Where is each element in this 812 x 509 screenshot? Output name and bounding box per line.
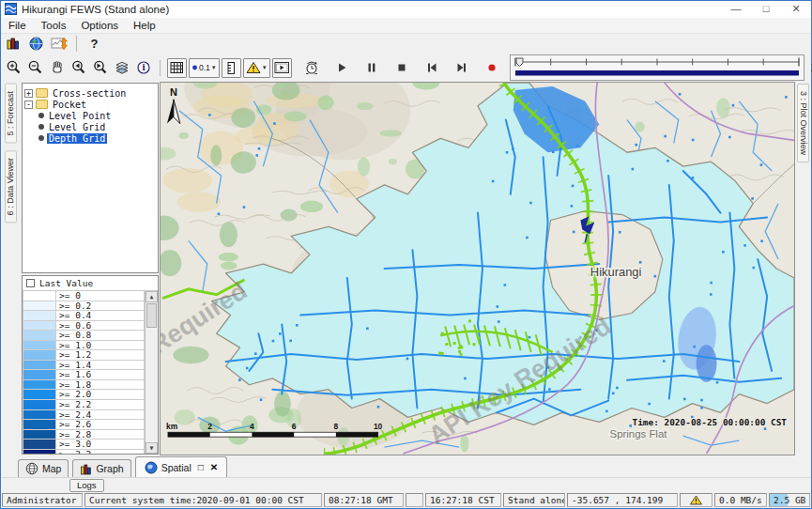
last-value-checkbox[interactable] [26, 279, 35, 287]
title-bar: Hikurangi FEWS (Stand alone) — □ ✕ [1, 1, 811, 18]
tab-data-viewer[interactable]: 6 : Data Viewer [5, 150, 17, 223]
pan-hand-icon[interactable] [47, 58, 67, 78]
spatial-display-icon[interactable] [49, 34, 69, 54]
svg-text:6: 6 [292, 422, 297, 431]
close-button[interactable]: ✕ [781, 1, 811, 18]
legend-color-swatch [23, 380, 56, 391]
info-icon[interactable]: i [133, 58, 153, 78]
svg-text:i: i [142, 62, 146, 72]
legend-color-swatch [23, 410, 56, 421]
animation-timer-icon[interactable] [302, 58, 322, 78]
movie-player-button[interactable] [272, 58, 292, 78]
bottom-tab-bar: Map Graph Spatial □ ✕ [1, 455, 811, 477]
legend-color-swatch [23, 370, 56, 380]
tree-item-pocket[interactable]: - Pocket [24, 99, 156, 110]
skip-to-start-button[interactable] [422, 58, 442, 78]
svg-text:2: 2 [207, 422, 212, 431]
node-bullet-icon [38, 113, 44, 118]
grid-display-button[interactable] [167, 58, 187, 78]
scroll-up-icon[interactable]: ▲ [146, 291, 158, 302]
tab-maximize-icon[interactable]: □ [198, 462, 204, 472]
legend-color-swatch [23, 350, 56, 361]
stop-button[interactable] [392, 58, 412, 78]
tree-item-level-point[interactable]: Level Point [24, 110, 156, 121]
last-value-label: Last Value [39, 278, 93, 288]
warning-threshold-dropdown[interactable]: ▼ [243, 58, 270, 78]
status-bar: Administrator Current system time:2020-0… [1, 492, 811, 508]
left-tab-strip: 5 : Forecast 6 : Data Viewer [1, 82, 21, 455]
legend-row-label: >= 0 [56, 291, 145, 301]
layers-icon[interactable] [112, 58, 131, 78]
legend-header: Last Value [23, 276, 158, 290]
status-system-time: Current system time:2020-09-01 00:00 CST [84, 493, 322, 507]
legend-color-swatch [23, 430, 56, 440]
blue-globe-icon [145, 461, 158, 474]
menu-tools[interactable]: Tools [34, 19, 74, 32]
status-local-time: 16:27:18 CST [425, 493, 501, 507]
app-logo-icon [5, 3, 17, 17]
timeline-slider[interactable] [510, 54, 804, 81]
node-bullet-icon [38, 124, 44, 130]
map-view[interactable]: API Key Required API Key Required N km 2… [160, 82, 795, 455]
maximize-button[interactable]: □ [751, 1, 781, 18]
legend-color-swatch [23, 301, 56, 312]
map-time-label: Time: 2020-08-25 00:00:00 CST [632, 417, 787, 427]
play-button[interactable] [332, 58, 352, 78]
tab-forecast[interactable]: 5 : Forecast [5, 84, 17, 144]
app-window: Hikurangi FEWS (Stand alone) — □ ✕ File … [0, 0, 812, 509]
logs-row: Logs [1, 477, 811, 492]
pause-button[interactable] [362, 58, 382, 78]
globe-grid-icon [25, 462, 38, 475]
zoom-previous-icon[interactable] [69, 58, 88, 78]
folder-icon [36, 100, 48, 109]
archive-icon[interactable] [4, 34, 23, 54]
legend-color-swatch [23, 291, 56, 301]
zoom-out-icon[interactable] [25, 58, 45, 78]
scroll-down-icon[interactable]: ▼ [146, 442, 158, 454]
contour-threshold-dropdown[interactable]: 0.1 ▼ [189, 58, 220, 78]
skip-to-end-button[interactable] [452, 58, 472, 78]
legend-color-swatch [23, 341, 56, 351]
zoom-next-icon[interactable] [90, 58, 110, 78]
legend-row-label: >= 3.2 [56, 450, 145, 454]
status-gmt-time: 08:27:18 GMT [324, 493, 404, 507]
menu-file[interactable]: File [1, 19, 34, 32]
legend-scrollbar[interactable]: ▲ ▼ [146, 291, 158, 454]
longitudinal-profile-button[interactable] [222, 58, 241, 78]
tree-item-cross-section[interactable]: + Cross-section [24, 87, 156, 99]
globe-map-icon[interactable] [26, 34, 46, 54]
legend-row: >= 3.2 [23, 450, 145, 454]
scroll-thumb[interactable] [146, 303, 157, 328]
zoom-in-icon[interactable] [4, 58, 23, 78]
tab-graph[interactable]: Graph [72, 459, 130, 477]
warning-icon [690, 495, 702, 505]
timeline-thumb[interactable] [516, 58, 523, 67]
status-spacer [406, 493, 423, 507]
timeline-track[interactable] [513, 55, 802, 78]
place-label: Springs Flat [610, 428, 668, 440]
tab-map[interactable]: Map [18, 459, 69, 477]
tree-item-depth-grid[interactable]: Depth Grid [24, 132, 156, 144]
menu-options[interactable]: Options [73, 19, 126, 32]
minimize-button[interactable]: — [721, 1, 751, 18]
help-button[interactable]: ? [84, 34, 104, 54]
legend-color-swatch [23, 450, 56, 454]
logs-button[interactable]: Logs [69, 479, 104, 492]
collapse-icon[interactable]: - [24, 100, 33, 109]
tree-item-level-grid[interactable]: Level Grid [24, 121, 156, 132]
legend-color-swatch [23, 331, 56, 341]
record-button[interactable] [483, 58, 502, 78]
tab-close-icon[interactable]: ✕ [210, 462, 218, 472]
tab-plot-overview[interactable]: 3 : Plot Overview [797, 84, 809, 162]
legend-color-swatch [23, 390, 56, 400]
toolbar-separator [76, 36, 77, 52]
chevron-down-icon: ▼ [262, 65, 268, 70]
expand-icon[interactable]: + [24, 89, 33, 98]
status-warning-cell[interactable] [680, 493, 712, 507]
legend-color-swatch [23, 361, 56, 371]
svg-text:10: 10 [374, 422, 383, 431]
left-panel: + Cross-section - Pocket Level Point Lev… [21, 82, 160, 455]
legend-rows: >= 0 >= 0.2 >= 0.4 >= 0.6 >= 0.8 [23, 291, 146, 454]
tab-spatial[interactable]: Spatial □ ✕ [135, 456, 228, 477]
menu-help[interactable]: Help [126, 19, 163, 32]
